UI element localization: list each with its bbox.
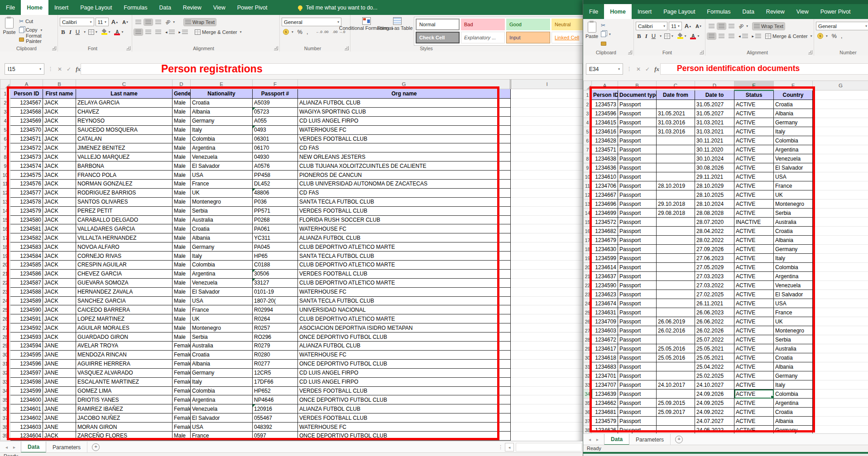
cell[interactable]: 28.10.2025 — [695, 190, 734, 200]
empty-cell[interactable] — [511, 368, 583, 377]
font-color-button[interactable]: A▾ — [113, 29, 125, 35]
column-header-F[interactable]: F — [253, 80, 298, 89]
cell[interactable]: JIMENEZ BENITEZ — [76, 143, 173, 152]
row-header-2[interactable]: 2 — [584, 100, 592, 109]
cell[interactable]: DRIOTIS YANES — [76, 395, 173, 404]
row-header-16[interactable]: 16 — [0, 224, 10, 233]
cell[interactable]: 1234597 — [10, 368, 43, 377]
cell[interactable]: Passport — [618, 145, 657, 154]
cell[interactable]: P036 — [253, 197, 298, 206]
enter-icon[interactable]: ✓ — [645, 66, 650, 72]
cell[interactable]: 1234709 — [592, 317, 618, 326]
cell[interactable]: JANE — [43, 368, 76, 377]
cell[interactable]: NORMAN GONZALEZ — [76, 180, 173, 189]
empty-cell[interactable] — [511, 278, 583, 287]
cell[interactable]: UK — [774, 190, 813, 200]
accounting-format-button[interactable]: $▾ — [282, 28, 295, 36]
cancel-icon[interactable]: ✕ — [636, 66, 641, 72]
cell[interactable]: Australia — [191, 342, 253, 351]
row-header-1[interactable]: 1 — [0, 89, 10, 99]
cell[interactable]: Male — [173, 305, 191, 314]
cell[interactable]: 1234596 — [10, 359, 43, 368]
row-header-31[interactable]: 31 — [584, 362, 592, 371]
number-format-combo[interactable]: General▾ — [816, 22, 868, 30]
next-sheet-icon[interactable]: ▸ — [596, 437, 599, 442]
cell[interactable]: ACTIVE — [734, 136, 774, 145]
cell[interactable]: 1234570 — [10, 125, 43, 134]
row-header-11[interactable]: 11 — [584, 181, 592, 190]
empty-cell[interactable] — [511, 125, 583, 134]
empty-cell[interactable] — [813, 263, 868, 272]
cell[interactable]: Montenegro — [774, 200, 813, 209]
cell[interactable]: Croatia — [774, 408, 813, 417]
cell[interactable]: CHEVEZ GARCIA — [76, 269, 173, 278]
cell[interactable]: ESCALANTE MARTINEZ — [76, 377, 173, 386]
table-header-cell[interactable]: Document type — [618, 90, 657, 100]
cell[interactable]: Passport — [618, 209, 657, 218]
cell[interactable]: CD LUIS ANGEL FIRPO — [298, 116, 511, 125]
cell[interactable]: Male — [173, 143, 191, 152]
cell[interactable]: 1234577 — [10, 188, 43, 197]
cell[interactable]: JANE — [43, 423, 76, 432]
empty-cell[interactable] — [511, 171, 583, 180]
cell[interactable]: 1234662 — [592, 399, 618, 408]
ribbon-tab-insert[interactable]: Insert — [632, 4, 657, 19]
font-size-combo[interactable]: 11▾ — [96, 18, 109, 26]
align-left-button[interactable] — [707, 33, 716, 39]
cell[interactable]: Passport — [618, 399, 657, 408]
cell[interactable]: CATALAN — [76, 134, 173, 143]
empty-cell[interactable] — [511, 261, 583, 270]
cell[interactable]: 12CR5 — [253, 368, 298, 377]
cell[interactable]: 1234596 — [592, 109, 618, 118]
empty-cell[interactable] — [813, 109, 868, 118]
cell[interactable]: 1234568 — [10, 107, 43, 116]
sheet-nav-arrows[interactable]: ◂ ▸ — [0, 442, 21, 453]
table-header-cell[interactable]: Nationality — [191, 89, 253, 99]
cell[interactable]: Female — [173, 395, 191, 404]
row-header-14[interactable]: 14 — [584, 209, 592, 218]
cell[interactable]: 27.06.2023 — [695, 254, 734, 263]
row-header-36[interactable]: 36 — [584, 408, 592, 417]
cell[interactable]: INACTIVE — [734, 218, 774, 227]
cell[interactable]: El Salvador — [191, 413, 253, 423]
row-header-14[interactable]: 14 — [0, 206, 10, 215]
cell[interactable]: CARABALLO DELGADO — [76, 215, 173, 224]
cell[interactable]: Passport — [618, 118, 657, 127]
cell[interactable]: PA061 — [253, 224, 298, 233]
cell[interactable]: JANE — [43, 359, 76, 368]
cell[interactable] — [657, 145, 695, 154]
cell[interactable]: ACTIVE — [734, 408, 774, 417]
cell[interactable]: 27.09.2026 — [695, 245, 734, 254]
ribbon-tab-page-layout[interactable]: Page Layout — [657, 4, 701, 19]
cell[interactable] — [657, 281, 695, 290]
cell[interactable] — [657, 417, 695, 426]
cell[interactable]: Serbia — [191, 332, 253, 342]
row-header-10[interactable]: 10 — [0, 171, 10, 180]
cell[interactable]: El Salvador — [191, 287, 253, 296]
empty-cell[interactable] — [511, 342, 583, 351]
cell[interactable]: 1234701 — [592, 371, 618, 380]
column-header-F[interactable]: F — [774, 81, 813, 90]
cell[interactable]: JACK — [43, 215, 76, 224]
cell[interactable]: 048392 — [253, 423, 298, 432]
cell[interactable]: ACTIVE — [734, 109, 774, 118]
cell[interactable]: 30.11.2021 — [695, 136, 734, 145]
cell[interactable]: USA — [191, 171, 253, 180]
merge-center-button[interactable]: Merge & Center▾ — [193, 28, 243, 36]
empty-cell[interactable] — [511, 431, 583, 440]
cell[interactable]: NOVOA ALFARO — [76, 242, 173, 252]
cell[interactable]: 1234617 — [592, 344, 618, 353]
cell[interactable]: JACK — [43, 296, 76, 305]
cell[interactable]: 1807-20( — [253, 296, 298, 305]
cell[interactable]: ALIANZA FUTBOL CLUB — [298, 99, 511, 108]
cell[interactable]: Passport — [618, 190, 657, 200]
cell[interactable]: 04930 — [253, 152, 298, 162]
empty-cell[interactable] — [813, 308, 868, 317]
cell[interactable]: VERDES FOOTBALL CLUB — [298, 134, 511, 143]
empty-cell[interactable] — [813, 335, 868, 344]
decrease-indent-button[interactable]: ◂ — [737, 33, 749, 39]
cell[interactable]: CD LUIS ANGEL FIRPO — [298, 377, 511, 386]
empty-cell[interactable] — [813, 100, 868, 109]
cell[interactable]: 31.05.2027 — [695, 100, 734, 109]
cell[interactable]: 28.10.2029 — [695, 181, 734, 190]
